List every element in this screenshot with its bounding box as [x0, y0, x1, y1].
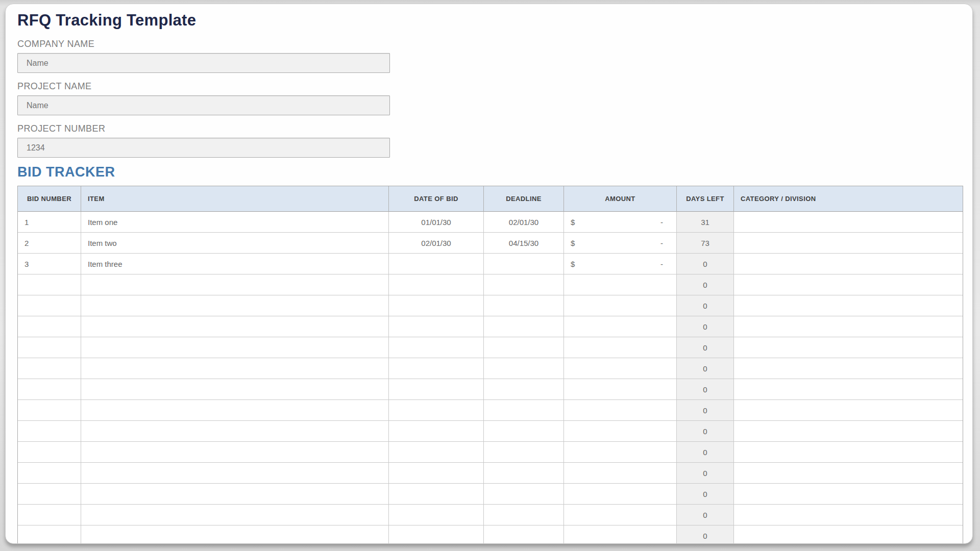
cell-date-of-bid[interactable] — [389, 379, 484, 400]
cell-deadline[interactable] — [484, 358, 564, 379]
cell-amount[interactable] — [564, 316, 677, 337]
cell-item[interactable] — [81, 358, 389, 379]
cell-deadline[interactable] — [484, 379, 564, 400]
cell-days-left[interactable]: 0 — [677, 484, 734, 505]
cell-category[interactable] — [734, 274, 963, 295]
cell-amount[interactable]: $- — [564, 233, 677, 254]
cell-days-left[interactable]: 0 — [677, 400, 734, 421]
cell-date-of-bid[interactable] — [389, 295, 484, 316]
cell-item[interactable] — [81, 463, 389, 484]
cell-days-left[interactable]: 0 — [677, 295, 734, 316]
cell-date-of-bid[interactable] — [389, 525, 484, 544]
cell-item[interactable] — [81, 400, 389, 421]
cell-category[interactable] — [734, 484, 963, 505]
cell-amount[interactable] — [564, 505, 677, 525]
cell-bid-number[interactable] — [18, 358, 81, 379]
cell-category[interactable] — [734, 233, 963, 254]
cell-days-left[interactable]: 31 — [677, 212, 734, 233]
cell-amount[interactable] — [564, 295, 677, 316]
cell-item[interactable] — [81, 442, 389, 463]
cell-deadline[interactable]: 02/01/30 — [484, 212, 564, 233]
cell-date-of-bid[interactable]: 02/01/30 — [389, 233, 484, 254]
cell-deadline[interactable] — [484, 295, 564, 316]
cell-bid-number[interactable] — [18, 484, 81, 505]
cell-date-of-bid[interactable] — [389, 463, 484, 484]
cell-category[interactable] — [734, 421, 963, 442]
cell-category[interactable] — [734, 212, 963, 233]
cell-bid-number[interactable] — [18, 274, 81, 295]
cell-item[interactable]: Item three — [81, 254, 389, 274]
cell-days-left[interactable]: 0 — [677, 463, 734, 484]
cell-date-of-bid[interactable] — [389, 358, 484, 379]
cell-bid-number[interactable] — [18, 316, 81, 337]
cell-bid-number[interactable]: 1 — [18, 212, 81, 233]
cell-bid-number[interactable] — [18, 400, 81, 421]
cell-category[interactable] — [734, 379, 963, 400]
cell-deadline[interactable] — [484, 274, 564, 295]
cell-days-left[interactable]: 0 — [677, 505, 734, 525]
cell-item[interactable] — [81, 337, 389, 358]
header-amount[interactable]: AMOUNT — [564, 186, 677, 212]
cell-date-of-bid[interactable] — [389, 484, 484, 505]
cell-deadline[interactable] — [484, 400, 564, 421]
cell-amount[interactable] — [564, 463, 677, 484]
cell-days-left[interactable]: 0 — [677, 316, 734, 337]
cell-bid-number[interactable] — [18, 525, 81, 544]
cell-days-left[interactable]: 0 — [677, 337, 734, 358]
cell-category[interactable] — [734, 525, 963, 544]
cell-deadline[interactable] — [484, 316, 564, 337]
cell-bid-number[interactable]: 3 — [18, 254, 81, 274]
cell-date-of-bid[interactable] — [389, 442, 484, 463]
cell-category[interactable] — [734, 337, 963, 358]
cell-category[interactable] — [734, 316, 963, 337]
cell-item[interactable]: Item two — [81, 233, 389, 254]
cell-amount[interactable] — [564, 525, 677, 544]
cell-category[interactable] — [734, 254, 963, 274]
cell-date-of-bid[interactable] — [389, 316, 484, 337]
cell-bid-number[interactable]: 2 — [18, 233, 81, 254]
cell-days-left[interactable]: 0 — [677, 358, 734, 379]
cell-deadline[interactable] — [484, 525, 564, 544]
cell-date-of-bid[interactable] — [389, 337, 484, 358]
cell-item[interactable] — [81, 295, 389, 316]
cell-amount[interactable]: $- — [564, 212, 677, 233]
cell-deadline[interactable] — [484, 505, 564, 525]
cell-deadline[interactable]: 04/15/30 — [484, 233, 564, 254]
cell-category[interactable] — [734, 295, 963, 316]
cell-deadline[interactable] — [484, 442, 564, 463]
header-bid-number[interactable]: BID NUMBER — [18, 186, 81, 212]
cell-days-left[interactable]: 0 — [677, 254, 734, 274]
cell-days-left[interactable]: 0 — [677, 421, 734, 442]
cell-bid-number[interactable] — [18, 337, 81, 358]
header-days-left[interactable]: DAYS LEFT — [677, 186, 734, 212]
cell-amount[interactable] — [564, 379, 677, 400]
cell-category[interactable] — [734, 358, 963, 379]
cell-item[interactable] — [81, 316, 389, 337]
cell-days-left[interactable]: 0 — [677, 525, 734, 544]
cell-date-of-bid[interactable] — [389, 254, 484, 274]
cell-category[interactable] — [734, 463, 963, 484]
cell-date-of-bid[interactable] — [389, 421, 484, 442]
cell-amount[interactable] — [564, 400, 677, 421]
cell-item[interactable] — [81, 421, 389, 442]
cell-amount[interactable]: $- — [564, 254, 677, 274]
cell-days-left[interactable]: 0 — [677, 274, 734, 295]
cell-deadline[interactable] — [484, 254, 564, 274]
cell-bid-number[interactable] — [18, 295, 81, 316]
cell-amount[interactable] — [564, 442, 677, 463]
cell-item[interactable] — [81, 525, 389, 544]
header-category-division[interactable]: CATEGORY / DIVISION — [734, 186, 963, 212]
cell-category[interactable] — [734, 505, 963, 525]
cell-bid-number[interactable] — [18, 379, 81, 400]
cell-amount[interactable] — [564, 274, 677, 295]
header-deadline[interactable]: DEADLINE — [484, 186, 564, 212]
company-name-input[interactable] — [17, 53, 390, 73]
cell-bid-number[interactable] — [18, 463, 81, 484]
cell-category[interactable] — [734, 442, 963, 463]
header-date-of-bid[interactable]: DATE OF BID — [389, 186, 484, 212]
project-name-input[interactable] — [17, 95, 390, 115]
cell-bid-number[interactable] — [18, 505, 81, 525]
cell-item[interactable] — [81, 505, 389, 525]
cell-deadline[interactable] — [484, 421, 564, 442]
cell-item[interactable] — [81, 274, 389, 295]
